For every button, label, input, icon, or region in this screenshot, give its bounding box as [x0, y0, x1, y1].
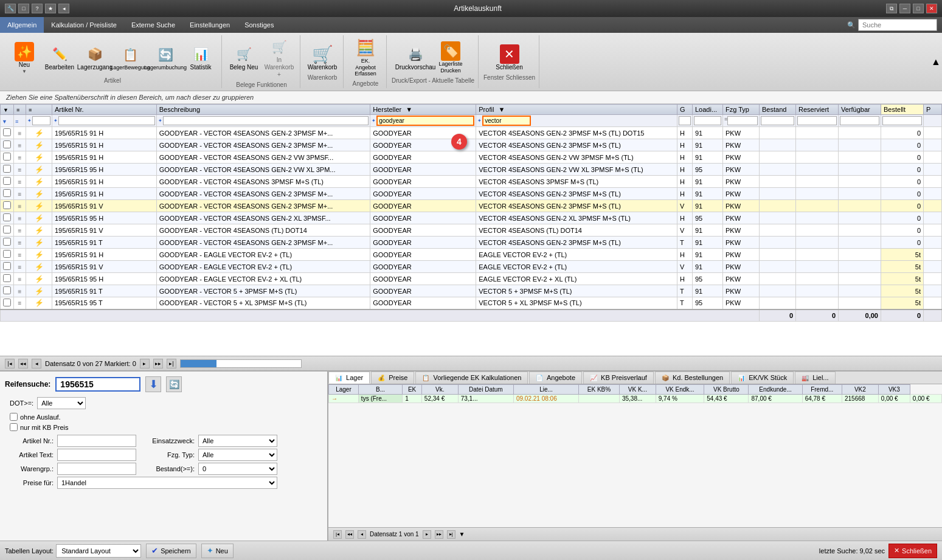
- col-header-reserviert[interactable]: Reserviert: [796, 105, 839, 115]
- row-cb[interactable]: [1, 224, 14, 237]
- row-cb[interactable]: [1, 176, 14, 188]
- toolbar-beleg-neu-btn[interactable]: 🛒 Beleg Neu: [227, 35, 261, 80]
- toolbar-lagerumbuchung-btn[interactable]: 🔄 Lagerumbuchung: [148, 40, 182, 76]
- row-cb[interactable]: [1, 127, 14, 139]
- select-preise-fuer[interactable]: 1Handel: [57, 477, 277, 489]
- reifen-down-btn[interactable]: ⬇: [145, 376, 161, 392]
- select-bestand[interactable]: 0: [198, 463, 277, 475]
- filter-verfugbar-input[interactable]: [840, 116, 879, 125]
- menu-sonstiges[interactable]: Sonstiges: [237, 17, 281, 33]
- row-cb[interactable]: [1, 200, 14, 212]
- col-header-bestand[interactable]: Bestand: [760, 105, 796, 115]
- toolbar-collapse-btn[interactable]: ▲: [931, 35, 938, 88]
- new-footer-btn[interactable]: ✦ Neu: [201, 544, 234, 558]
- filter-ico2-input[interactable]: [32, 116, 50, 125]
- tab-preise[interactable]: 💰 Preise: [371, 372, 414, 384]
- select-einsatzzweck[interactable]: Alle: [198, 435, 277, 447]
- nav-first-btn[interactable]: |◂: [5, 359, 15, 368]
- menu-kalkulation[interactable]: Kalkulation / Preisliste: [44, 17, 124, 33]
- toolbar-schliessen-btn[interactable]: ✕ Schließen: [493, 43, 527, 73]
- filter-beschreibung-input[interactable]: [163, 116, 369, 125]
- col-header-bestellt[interactable]: Bestellt: [881, 105, 924, 115]
- layout-select[interactable]: Standard Layout: [56, 544, 141, 558]
- input-artikel-text[interactable]: [57, 449, 136, 461]
- filter-g-input[interactable]: [679, 116, 691, 125]
- filter-bestellt-input[interactable]: [882, 116, 922, 125]
- lager-nav-first[interactable]: |◂: [333, 530, 342, 539]
- close-btn[interactable]: ✕: [926, 4, 937, 13]
- cb-auslauf[interactable]: [10, 413, 18, 421]
- lager-nav-next[interactable]: ▸: [423, 530, 431, 539]
- tb-btn4[interactable]: ◂: [58, 4, 69, 13]
- col-header-g[interactable]: G: [677, 105, 693, 115]
- tab-lager[interactable]: 📊 Lager: [328, 372, 370, 384]
- dot-select[interactable]: Alle: [37, 397, 86, 409]
- toolbar-statistik-btn[interactable]: 📊 Statistik: [184, 40, 218, 76]
- lager-nav-prev[interactable]: ◂: [358, 530, 366, 539]
- lager-nav-next2[interactable]: ▸▸: [435, 530, 443, 539]
- row-cb[interactable]: [1, 261, 14, 273]
- nav-next-btn[interactable]: ▸: [140, 359, 150, 368]
- filter-reserviert-input[interactable]: [797, 116, 837, 125]
- tab-ek-vk[interactable]: 📊 EK/VK Stück: [731, 372, 794, 384]
- row-cb[interactable]: [1, 273, 14, 285]
- toolbar-bearbeiten-btn[interactable]: ✏️ Bearbeiten: [43, 40, 77, 76]
- row-cb[interactable]: [1, 151, 14, 164]
- toolbar-in-warenkorb-btn[interactable]: 🛒 In Warenkorb +: [262, 35, 296, 80]
- tab-kb-preisverlauf[interactable]: 📈 KB Preisverlauf: [583, 372, 654, 384]
- search-input[interactable]: [858, 19, 937, 31]
- menu-externe-suche[interactable]: Externe Suche: [124, 17, 182, 33]
- filter-loading-input[interactable]: [694, 116, 721, 125]
- filter-profil-input[interactable]: [482, 116, 531, 126]
- tab-ek-kalkulationen[interactable]: 📋 Vorliegende EK Kalkulationen: [415, 372, 528, 384]
- lager-nav-last[interactable]: ▸|: [447, 530, 455, 539]
- col-header-beschreibung[interactable]: Beschreibung: [156, 105, 370, 115]
- close-footer-btn[interactable]: ✕ Schließen: [888, 544, 937, 558]
- select-fzg-typ[interactable]: Alle: [198, 449, 277, 461]
- menu-einstellungen[interactable]: Einstellungen: [182, 17, 237, 33]
- row-cb[interactable]: [1, 285, 14, 297]
- nav-next2-btn[interactable]: ▸▸: [153, 359, 163, 368]
- minimize-btn[interactable]: ─: [899, 4, 910, 13]
- row-cb[interactable]: [1, 139, 14, 151]
- row-cb[interactable]: [1, 212, 14, 224]
- row-cb[interactable]: [1, 164, 14, 176]
- toolbar-ek-angebot-btn[interactable]: 🧮 EK. Angebot Erfassen: [348, 36, 383, 79]
- reifen-input[interactable]: [55, 377, 140, 392]
- col-header-verfugbar[interactable]: Verfügbar: [839, 105, 881, 115]
- input-artikel-nr[interactable]: [57, 435, 136, 447]
- nav-prev-btn[interactable]: ◂: [32, 359, 41, 368]
- save-btn[interactable]: ✔ Speichern: [146, 544, 196, 558]
- lager-nav-prev2[interactable]: ◂◂: [345, 530, 354, 539]
- toolbar-lagerzugang-btn[interactable]: 📦 Lagerzugang: [78, 40, 112, 76]
- cb-kb-preis[interactable]: [10, 423, 18, 431]
- col-header-profil[interactable]: Profil ▼: [476, 105, 677, 115]
- col-header-hersteller[interactable]: Hersteller ▼: [370, 105, 476, 115]
- filter-fzg-typ-input[interactable]: [727, 116, 758, 125]
- toolbar-lagerliste-btn[interactable]: 🏷️ Lagerliste Drucken: [434, 40, 468, 76]
- input-warengrp[interactable]: [57, 463, 136, 475]
- tb-btn3[interactable]: ★: [45, 4, 56, 13]
- col-header-fzg-typ[interactable]: Fzg Typ: [723, 105, 760, 115]
- tb-btn2[interactable]: ?: [32, 4, 43, 13]
- row-cb[interactable]: [1, 237, 14, 249]
- filter-bestand-input[interactable]: [761, 116, 794, 125]
- row-cb[interactable]: [1, 188, 14, 200]
- tb-btn1[interactable]: □: [18, 4, 29, 13]
- col-header-p[interactable]: P: [924, 105, 942, 115]
- toolbar-warenkorb-btn[interactable]: 🛒 Warenkorb: [305, 43, 339, 73]
- nav-last-btn[interactable]: ▸|: [167, 359, 176, 368]
- toolbar-druckvorschau-btn[interactable]: 🖨️ Druckvorschau: [398, 40, 432, 76]
- tab-kd-bestellungen[interactable]: 📦 Kd. Bestellungen: [655, 372, 730, 384]
- toolbar-lagerbewegung-btn[interactable]: 📋 LagerBewegung: [113, 40, 147, 76]
- col-header-loading[interactable]: Loadi...: [693, 105, 723, 115]
- nav-prev2-btn[interactable]: ◂◂: [18, 359, 28, 368]
- row-cb[interactable]: [1, 249, 14, 261]
- tab-liel[interactable]: 🏭 Liel...: [795, 372, 835, 384]
- row-cb[interactable]: [1, 297, 14, 309]
- filter-hersteller-input[interactable]: [376, 116, 474, 126]
- toolbar-neu-btn[interactable]: ✨ Neu ▼: [7, 40, 41, 76]
- menu-allgemein[interactable]: Allgemein: [0, 17, 44, 33]
- reifen-refresh-btn[interactable]: 🔄: [166, 376, 182, 392]
- tab-angebote[interactable]: 📄 Angebote: [529, 372, 582, 384]
